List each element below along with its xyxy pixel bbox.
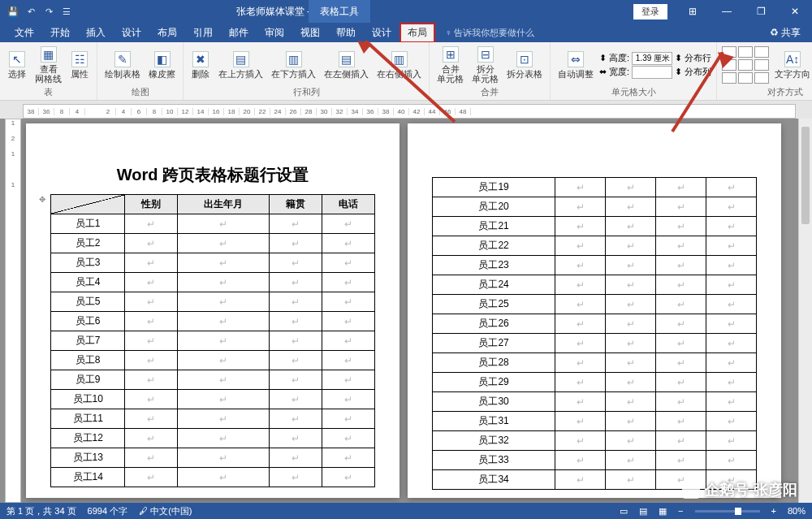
undo-icon[interactable]: ↶ <box>24 5 37 18</box>
table-anchor-icon[interactable]: ✥ <box>39 195 45 204</box>
save-icon[interactable]: 💾 <box>6 5 19 18</box>
insert-right-button[interactable]: ▥在右侧插入 <box>374 50 424 80</box>
table-header-cell[interactable]: 出生年月 <box>178 195 269 214</box>
tab-references[interactable]: 引用 <box>185 23 221 43</box>
table-row[interactable]: 员工29↵↵↵↵ <box>433 373 757 392</box>
text-direction-button[interactable]: A↕文字方向 <box>772 50 812 80</box>
close-icon[interactable]: ✕ <box>778 0 812 23</box>
table-row[interactable]: 员工27↵↵↵↵ <box>433 334 757 353</box>
tab-mailings[interactable]: 邮件 <box>221 23 257 43</box>
table-row[interactable]: 员工22↵↵↵↵ <box>433 236 757 256</box>
zoom-out-icon[interactable]: − <box>678 506 683 516</box>
ribbon-options-icon[interactable]: ⊞ <box>676 0 710 23</box>
tell-me-input[interactable]: ♀ 告诉我你想要做什么 <box>445 27 534 39</box>
horizontal-ruler[interactable]: 3836842468101214161820222426283032343638… <box>23 104 796 119</box>
table-row[interactable]: 员工11↵↵↵↵ <box>51 409 375 429</box>
delete-button[interactable]: ✖删除 <box>188 50 213 80</box>
alignment-grid[interactable] <box>722 46 769 84</box>
view-print-icon[interactable]: ▤ <box>639 506 647 517</box>
table-row[interactable]: 员工7↵↵↵↵ <box>51 331 375 351</box>
table-row[interactable]: 员工1↵↵↵↵ <box>51 214 375 234</box>
table-row[interactable]: 员工10↵↵↵↵ <box>51 390 375 409</box>
touch-icon[interactable]: ☰ <box>60 5 73 18</box>
insert-above-button[interactable]: ▤在上方插入 <box>216 50 266 80</box>
width-input[interactable] <box>632 66 672 79</box>
status-page[interactable]: 第 1 页，共 34 页 <box>6 505 76 517</box>
tab-layout[interactable]: 布局 <box>149 23 185 43</box>
table-row[interactable]: 员工21↵↵↵↵ <box>433 217 757 236</box>
merge-cells-button[interactable]: ⊞合并 单元格 <box>434 45 466 85</box>
menu-bar: 文件 开始 插入 设计 布局 引用 邮件 审阅 视图 帮助 设计 布局 ♀ 告诉… <box>0 23 812 42</box>
tab-file[interactable]: 文件 <box>6 23 42 43</box>
table-page2[interactable]: 员工19↵↵↵↵员工20↵↵↵↵员工21↵↵↵↵员工22↵↵↵↵员工23↵↵↵↵… <box>432 177 757 490</box>
dist-rows-button[interactable]: 分布行 <box>685 52 711 64</box>
zoom-in-icon[interactable]: + <box>771 506 776 516</box>
login-button[interactable]: 登录 <box>633 4 667 19</box>
table-row[interactable]: 员工20↵↵↵↵ <box>433 197 757 217</box>
table-row[interactable]: 员工2↵↵↵↵ <box>51 234 375 253</box>
table-row[interactable]: 员工6↵↵↵↵ <box>51 312 375 331</box>
tab-insert[interactable]: 插入 <box>78 23 114 43</box>
vertical-scrollbar[interactable] <box>798 119 812 503</box>
scrollbar-thumb[interactable] <box>801 127 810 224</box>
table-row[interactable]: 员工19↵↵↵↵ <box>433 178 757 197</box>
height-input[interactable] <box>632 52 672 65</box>
table-row[interactable]: 员工4↵↵↵↵ <box>51 273 375 292</box>
table-row[interactable]: 员工23↵↵↵↵ <box>433 256 757 275</box>
table-row[interactable]: 员工3↵↵↵↵ <box>51 253 375 273</box>
redo-icon[interactable]: ↷ <box>42 5 55 18</box>
table-row[interactable]: 员工26↵↵↵↵ <box>433 314 757 334</box>
table-row[interactable]: 员工9↵↵↵↵ <box>51 370 375 390</box>
view-read-icon[interactable]: ▭ <box>620 506 628 517</box>
tab-home[interactable]: 开始 <box>42 23 78 43</box>
minimize-icon[interactable]: ― <box>710 0 744 23</box>
tab-design[interactable]: 设计 <box>114 23 149 43</box>
eraser-button[interactable]: ◧橡皮擦 <box>146 50 178 80</box>
vertical-ruler[interactable]: 1211 <box>5 119 21 503</box>
share-button[interactable]: ♻ 共享 <box>758 23 812 43</box>
tab-table-layout[interactable]: 布局 <box>400 23 435 43</box>
properties-button[interactable]: ☷属性 <box>67 50 92 80</box>
table-header-cell[interactable] <box>51 195 125 214</box>
table-row[interactable]: 员工8↵↵↵↵ <box>51 351 375 370</box>
table-header-cell[interactable]: 性别 <box>125 195 178 214</box>
ribbon-group-rows-cols: ✖删除 ▤在上方插入 ▥在下方插入 ▤在左侧插入 ▥在右侧插入 行和列 <box>184 42 430 100</box>
table-row[interactable]: 员工31↵↵↵↵ <box>433 412 757 431</box>
draw-table-button[interactable]: ✎绘制表格 <box>102 50 143 80</box>
autofit-button[interactable]: ⇔自动调整 <box>555 50 596 80</box>
table-row[interactable]: 员工33↵↵↵↵ <box>433 451 757 470</box>
restore-icon[interactable]: ❐ <box>744 0 778 23</box>
table-row[interactable]: 员工14↵↵↵↵ <box>51 468 375 487</box>
view-web-icon[interactable]: ▦ <box>659 506 667 517</box>
table-row[interactable]: 员工32↵↵↵↵ <box>433 431 757 451</box>
ribbon-group-draw: ✎绘制表格 ◧橡皮擦 绘图 <box>97 42 184 100</box>
table-header-cell[interactable]: 电话 <box>322 195 374 214</box>
tab-view[interactable]: 视图 <box>292 23 328 43</box>
insert-below-button[interactable]: ▥在下方插入 <box>269 50 318 80</box>
table-row[interactable]: 员工28↵↵↵↵ <box>433 353 757 373</box>
dist-cols-button[interactable]: 分布列 <box>685 66 711 78</box>
zoom-level[interactable]: 80% <box>788 506 806 516</box>
table-page1[interactable]: 性别出生年月籍贯电话 员工1↵↵↵↵员工2↵↵↵↵员工3↵↵↵↵员工4↵↵↵↵员… <box>50 194 375 487</box>
status-language[interactable]: 🖋 中文(中国) <box>139 505 192 517</box>
tab-help[interactable]: 帮助 <box>328 23 364 43</box>
table-row[interactable]: 员工5↵↵↵↵ <box>51 292 375 312</box>
view-gridlines-button[interactable]: ▦查看 网格线 <box>32 45 64 85</box>
split-cells-button[interactable]: ⊟拆分 单元格 <box>469 45 501 85</box>
table-row[interactable]: 员工12↵↵↵↵ <box>51 429 375 448</box>
split-table-button[interactable]: ⊡拆分表格 <box>504 50 545 80</box>
table-row[interactable]: 员工13↵↵↵↵ <box>51 448 375 468</box>
table-row[interactable]: 员工30↵↵↵↵ <box>433 392 757 412</box>
status-word-count[interactable]: 6994 个字 <box>88 505 128 517</box>
table-row[interactable]: 员工24↵↵↵↵ <box>433 275 757 295</box>
table-header-cell[interactable]: 籍贯 <box>269 195 322 214</box>
tab-review[interactable]: 审阅 <box>257 23 292 43</box>
page-2[interactable]: 员工19↵↵↵↵员工20↵↵↵↵员工21↵↵↵↵员工22↵↵↵↵员工23↵↵↵↵… <box>408 123 781 498</box>
table-row[interactable]: 员工25↵↵↵↵ <box>433 295 757 314</box>
contextual-tab-label: 表格工具 <box>309 0 370 23</box>
page-1[interactable]: ✥ Word 跨页表格标题行设置 性别出生年月籍贯电话 员工1↵↵↵↵员工2↵↵… <box>26 123 400 498</box>
insert-left-button[interactable]: ▤在左侧插入 <box>322 50 371 80</box>
tab-table-design[interactable]: 设计 <box>364 23 400 43</box>
select-button[interactable]: ↖选择 <box>5 50 29 80</box>
zoom-slider[interactable] <box>695 510 760 513</box>
